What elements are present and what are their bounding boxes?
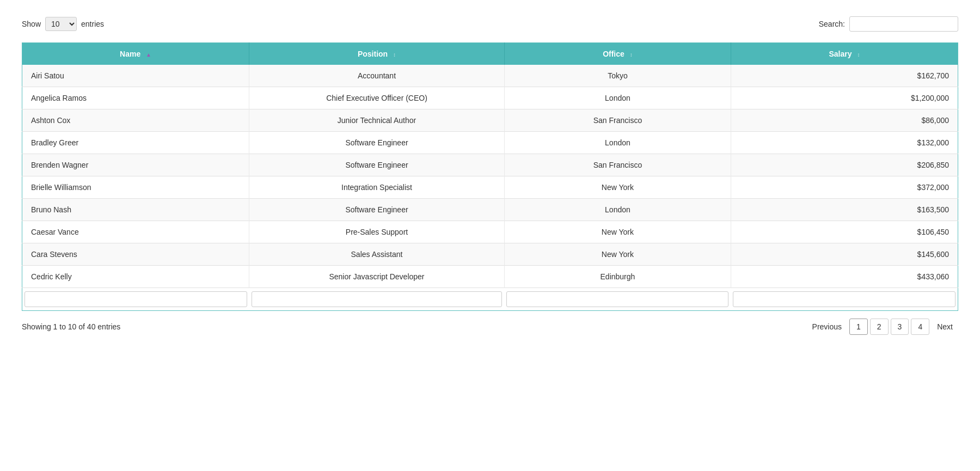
- filter-name-input[interactable]: [24, 291, 247, 307]
- page-4-button[interactable]: 4: [911, 319, 929, 335]
- col-header-office[interactable]: Office ↕: [504, 43, 731, 65]
- sort-icon-office: ↕: [630, 52, 633, 58]
- cell-position: Sales Assistant: [249, 243, 505, 266]
- table-row: Cedric KellySenior Javascript DeveloperE…: [22, 266, 958, 288]
- cell-position: Software Engineer: [249, 199, 505, 221]
- showing-info: Showing 1 to 10 of 40 entries: [22, 322, 120, 331]
- bottom-controls: Showing 1 to 10 of 40 entries Previous 1…: [22, 319, 958, 335]
- cell-salary: $433,060: [731, 266, 958, 288]
- cell-office: New York: [504, 243, 731, 266]
- filter-salary-input[interactable]: [733, 291, 955, 307]
- cell-name: Angelica Ramos: [22, 87, 249, 109]
- cell-salary: $162,700: [731, 65, 958, 87]
- cell-name: Bruno Nash: [22, 199, 249, 221]
- col-office-label: Office: [603, 50, 624, 58]
- cell-office: London: [504, 87, 731, 109]
- table-row: Cara StevensSales AssistantNew York$145,…: [22, 243, 958, 266]
- cell-position: Junior Technical Author: [249, 109, 505, 132]
- table-row: Brenden WagnerSoftware EngineerSan Franc…: [22, 154, 958, 176]
- cell-office: Edinburgh: [504, 266, 731, 288]
- table-row: Brielle WilliamsonIntegration Specialist…: [22, 176, 958, 199]
- cell-position: Software Engineer: [249, 154, 505, 176]
- entries-select[interactable]: 10 25 50 100: [45, 17, 77, 31]
- table-row: Bradley GreerSoftware EngineerLondon$132…: [22, 132, 958, 154]
- cell-name: Ashton Cox: [22, 109, 249, 132]
- cell-office: New York: [504, 176, 731, 199]
- search-control: Search:: [819, 16, 958, 32]
- cell-position: Pre-Sales Support: [249, 221, 505, 243]
- sort-icon-name: ▲: [146, 52, 151, 58]
- cell-position: Accountant: [249, 65, 505, 87]
- cell-name: Cara Stevens: [22, 243, 249, 266]
- show-label: Show: [22, 20, 41, 28]
- top-controls: Show 10 25 50 100 entries Search:: [22, 16, 958, 32]
- table-row: Ashton CoxJunior Technical AuthorSan Fra…: [22, 109, 958, 132]
- page-3-button[interactable]: 3: [891, 319, 909, 335]
- filter-office-input[interactable]: [506, 291, 728, 307]
- next-button[interactable]: Next: [932, 319, 958, 334]
- filter-salary-cell: [731, 288, 958, 311]
- previous-button[interactable]: Previous: [807, 319, 847, 334]
- entries-label: entries: [81, 20, 104, 28]
- col-header-name[interactable]: Name ▲: [22, 43, 249, 65]
- page-2-button[interactable]: 2: [870, 319, 889, 335]
- page-1-button[interactable]: 1: [849, 319, 868, 335]
- sort-icon-salary: ↕: [857, 52, 860, 58]
- cell-position: Chief Executive Officer (CEO): [249, 87, 505, 109]
- col-header-position[interactable]: Position ↕: [249, 43, 505, 65]
- cell-salary: $206,850: [731, 154, 958, 176]
- filter-position-cell: [249, 288, 505, 311]
- cell-name: Airi Satou: [22, 65, 249, 87]
- filter-name-cell: [22, 288, 249, 311]
- search-label: Search:: [819, 20, 845, 28]
- table-row: Caesar VancePre-Sales SupportNew York$10…: [22, 221, 958, 243]
- cell-salary: $1,200,000: [731, 87, 958, 109]
- table-row: Bruno NashSoftware EngineerLondon$163,50…: [22, 199, 958, 221]
- cell-office: Tokyo: [504, 65, 731, 87]
- cell-name: Cedric Kelly: [22, 266, 249, 288]
- table-body: Airi SatouAccountantTokyo$162,700Angelic…: [22, 65, 958, 288]
- cell-position: Senior Javascript Developer: [249, 266, 505, 288]
- filter-row: [22, 288, 958, 311]
- cell-office: London: [504, 199, 731, 221]
- sort-icon-position: ↕: [393, 52, 396, 58]
- filter-office-cell: [504, 288, 731, 311]
- data-table: Name ▲ Position ↕ Office ↕ Salary ↕ Airi…: [22, 42, 958, 311]
- pagination: Previous 1 2 3 4 Next: [807, 319, 958, 335]
- col-position-label: Position: [358, 50, 388, 58]
- cell-name: Brielle Williamson: [22, 176, 249, 199]
- cell-salary: $145,600: [731, 243, 958, 266]
- cell-position: Software Engineer: [249, 132, 505, 154]
- cell-salary: $86,000: [731, 109, 958, 132]
- cell-salary: $163,500: [731, 199, 958, 221]
- col-salary-label: Salary: [829, 50, 852, 58]
- search-input[interactable]: [849, 16, 958, 32]
- cell-office: San Francisco: [504, 154, 731, 176]
- col-header-salary[interactable]: Salary ↕: [731, 43, 958, 65]
- table-row: Angelica RamosChief Executive Officer (C…: [22, 87, 958, 109]
- cell-position: Integration Specialist: [249, 176, 505, 199]
- cell-office: New York: [504, 221, 731, 243]
- show-entries-control: Show 10 25 50 100 entries: [22, 17, 104, 31]
- col-name-label: Name: [120, 50, 140, 58]
- cell-salary: $132,000: [731, 132, 958, 154]
- cell-office: London: [504, 132, 731, 154]
- cell-name: Bradley Greer: [22, 132, 249, 154]
- cell-salary: $372,000: [731, 176, 958, 199]
- table-header-row: Name ▲ Position ↕ Office ↕ Salary ↕: [22, 43, 958, 65]
- filter-position-input[interactable]: [252, 291, 503, 307]
- cell-name: Brenden Wagner: [22, 154, 249, 176]
- cell-salary: $106,450: [731, 221, 958, 243]
- table-row: Airi SatouAccountantTokyo$162,700: [22, 65, 958, 87]
- cell-office: San Francisco: [504, 109, 731, 132]
- cell-name: Caesar Vance: [22, 221, 249, 243]
